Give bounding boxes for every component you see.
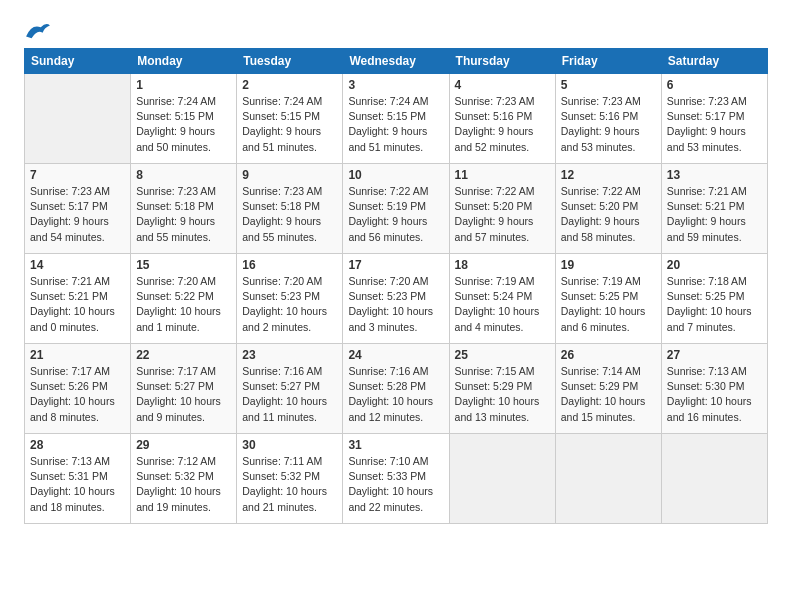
day-number: 1 — [136, 78, 231, 92]
day-cell: 29Sunrise: 7:12 AMSunset: 5:32 PMDayligh… — [131, 434, 237, 524]
week-row-3: 14Sunrise: 7:21 AMSunset: 5:21 PMDayligh… — [25, 254, 768, 344]
day-number: 5 — [561, 78, 656, 92]
header-cell-sunday: Sunday — [25, 49, 131, 74]
day-number: 9 — [242, 168, 337, 182]
day-cell: 20Sunrise: 7:18 AMSunset: 5:25 PMDayligh… — [661, 254, 767, 344]
day-number: 12 — [561, 168, 656, 182]
day-cell: 21Sunrise: 7:17 AMSunset: 5:26 PMDayligh… — [25, 344, 131, 434]
day-number: 29 — [136, 438, 231, 452]
day-info: Sunrise: 7:10 AMSunset: 5:33 PMDaylight:… — [348, 454, 443, 515]
day-info: Sunrise: 7:23 AMSunset: 5:18 PMDaylight:… — [242, 184, 337, 245]
day-info: Sunrise: 7:20 AMSunset: 5:23 PMDaylight:… — [348, 274, 443, 335]
day-cell: 30Sunrise: 7:11 AMSunset: 5:32 PMDayligh… — [237, 434, 343, 524]
day-number: 3 — [348, 78, 443, 92]
day-info: Sunrise: 7:19 AMSunset: 5:24 PMDaylight:… — [455, 274, 550, 335]
day-info: Sunrise: 7:14 AMSunset: 5:29 PMDaylight:… — [561, 364, 656, 425]
day-info: Sunrise: 7:22 AMSunset: 5:20 PMDaylight:… — [455, 184, 550, 245]
day-cell: 17Sunrise: 7:20 AMSunset: 5:23 PMDayligh… — [343, 254, 449, 344]
day-number: 11 — [455, 168, 550, 182]
day-number: 31 — [348, 438, 443, 452]
day-info: Sunrise: 7:13 AMSunset: 5:30 PMDaylight:… — [667, 364, 762, 425]
day-cell: 27Sunrise: 7:13 AMSunset: 5:30 PMDayligh… — [661, 344, 767, 434]
day-info: Sunrise: 7:16 AMSunset: 5:28 PMDaylight:… — [348, 364, 443, 425]
day-info: Sunrise: 7:16 AMSunset: 5:27 PMDaylight:… — [242, 364, 337, 425]
day-cell: 3Sunrise: 7:24 AMSunset: 5:15 PMDaylight… — [343, 74, 449, 164]
day-cell: 9Sunrise: 7:23 AMSunset: 5:18 PMDaylight… — [237, 164, 343, 254]
day-info: Sunrise: 7:24 AMSunset: 5:15 PMDaylight:… — [136, 94, 231, 155]
day-info: Sunrise: 7:23 AMSunset: 5:17 PMDaylight:… — [30, 184, 125, 245]
week-row-5: 28Sunrise: 7:13 AMSunset: 5:31 PMDayligh… — [25, 434, 768, 524]
day-cell: 5Sunrise: 7:23 AMSunset: 5:16 PMDaylight… — [555, 74, 661, 164]
logo-icon — [24, 20, 52, 42]
day-info: Sunrise: 7:22 AMSunset: 5:19 PMDaylight:… — [348, 184, 443, 245]
day-number: 21 — [30, 348, 125, 362]
day-number: 19 — [561, 258, 656, 272]
day-info: Sunrise: 7:17 AMSunset: 5:27 PMDaylight:… — [136, 364, 231, 425]
day-cell: 7Sunrise: 7:23 AMSunset: 5:17 PMDaylight… — [25, 164, 131, 254]
day-cell — [661, 434, 767, 524]
header-cell-tuesday: Tuesday — [237, 49, 343, 74]
day-info: Sunrise: 7:11 AMSunset: 5:32 PMDaylight:… — [242, 454, 337, 515]
day-cell: 1Sunrise: 7:24 AMSunset: 5:15 PMDaylight… — [131, 74, 237, 164]
day-cell: 8Sunrise: 7:23 AMSunset: 5:18 PMDaylight… — [131, 164, 237, 254]
day-number: 2 — [242, 78, 337, 92]
day-cell: 10Sunrise: 7:22 AMSunset: 5:19 PMDayligh… — [343, 164, 449, 254]
day-cell: 26Sunrise: 7:14 AMSunset: 5:29 PMDayligh… — [555, 344, 661, 434]
day-info: Sunrise: 7:18 AMSunset: 5:25 PMDaylight:… — [667, 274, 762, 335]
day-cell: 14Sunrise: 7:21 AMSunset: 5:21 PMDayligh… — [25, 254, 131, 344]
page-header — [24, 20, 768, 42]
day-number: 14 — [30, 258, 125, 272]
day-info: Sunrise: 7:19 AMSunset: 5:25 PMDaylight:… — [561, 274, 656, 335]
day-number: 10 — [348, 168, 443, 182]
day-cell: 4Sunrise: 7:23 AMSunset: 5:16 PMDaylight… — [449, 74, 555, 164]
day-cell: 19Sunrise: 7:19 AMSunset: 5:25 PMDayligh… — [555, 254, 661, 344]
week-row-1: 1Sunrise: 7:24 AMSunset: 5:15 PMDaylight… — [25, 74, 768, 164]
day-cell: 2Sunrise: 7:24 AMSunset: 5:15 PMDaylight… — [237, 74, 343, 164]
day-number: 7 — [30, 168, 125, 182]
day-info: Sunrise: 7:21 AMSunset: 5:21 PMDaylight:… — [667, 184, 762, 245]
header-cell-wednesday: Wednesday — [343, 49, 449, 74]
day-number: 22 — [136, 348, 231, 362]
header-cell-friday: Friday — [555, 49, 661, 74]
day-number: 13 — [667, 168, 762, 182]
day-cell: 18Sunrise: 7:19 AMSunset: 5:24 PMDayligh… — [449, 254, 555, 344]
day-info: Sunrise: 7:22 AMSunset: 5:20 PMDaylight:… — [561, 184, 656, 245]
day-cell — [555, 434, 661, 524]
calendar-table: SundayMondayTuesdayWednesdayThursdayFrid… — [24, 48, 768, 524]
day-number: 8 — [136, 168, 231, 182]
week-row-2: 7Sunrise: 7:23 AMSunset: 5:17 PMDaylight… — [25, 164, 768, 254]
day-number: 16 — [242, 258, 337, 272]
day-info: Sunrise: 7:17 AMSunset: 5:26 PMDaylight:… — [30, 364, 125, 425]
header-cell-monday: Monday — [131, 49, 237, 74]
day-number: 4 — [455, 78, 550, 92]
day-info: Sunrise: 7:21 AMSunset: 5:21 PMDaylight:… — [30, 274, 125, 335]
day-info: Sunrise: 7:23 AMSunset: 5:18 PMDaylight:… — [136, 184, 231, 245]
day-cell: 13Sunrise: 7:21 AMSunset: 5:21 PMDayligh… — [661, 164, 767, 254]
day-info: Sunrise: 7:23 AMSunset: 5:16 PMDaylight:… — [455, 94, 550, 155]
day-number: 20 — [667, 258, 762, 272]
calendar-body: 1Sunrise: 7:24 AMSunset: 5:15 PMDaylight… — [25, 74, 768, 524]
day-cell — [449, 434, 555, 524]
logo — [24, 20, 56, 42]
day-info: Sunrise: 7:24 AMSunset: 5:15 PMDaylight:… — [348, 94, 443, 155]
day-info: Sunrise: 7:23 AMSunset: 5:17 PMDaylight:… — [667, 94, 762, 155]
week-row-4: 21Sunrise: 7:17 AMSunset: 5:26 PMDayligh… — [25, 344, 768, 434]
day-number: 6 — [667, 78, 762, 92]
day-info: Sunrise: 7:15 AMSunset: 5:29 PMDaylight:… — [455, 364, 550, 425]
day-number: 24 — [348, 348, 443, 362]
day-number: 28 — [30, 438, 125, 452]
day-cell: 11Sunrise: 7:22 AMSunset: 5:20 PMDayligh… — [449, 164, 555, 254]
day-info: Sunrise: 7:13 AMSunset: 5:31 PMDaylight:… — [30, 454, 125, 515]
header-row: SundayMondayTuesdayWednesdayThursdayFrid… — [25, 49, 768, 74]
day-info: Sunrise: 7:20 AMSunset: 5:22 PMDaylight:… — [136, 274, 231, 335]
day-info: Sunrise: 7:20 AMSunset: 5:23 PMDaylight:… — [242, 274, 337, 335]
day-cell: 25Sunrise: 7:15 AMSunset: 5:29 PMDayligh… — [449, 344, 555, 434]
day-number: 23 — [242, 348, 337, 362]
day-number: 27 — [667, 348, 762, 362]
day-cell — [25, 74, 131, 164]
day-cell: 24Sunrise: 7:16 AMSunset: 5:28 PMDayligh… — [343, 344, 449, 434]
day-number: 26 — [561, 348, 656, 362]
day-number: 15 — [136, 258, 231, 272]
day-number: 30 — [242, 438, 337, 452]
day-cell: 23Sunrise: 7:16 AMSunset: 5:27 PMDayligh… — [237, 344, 343, 434]
